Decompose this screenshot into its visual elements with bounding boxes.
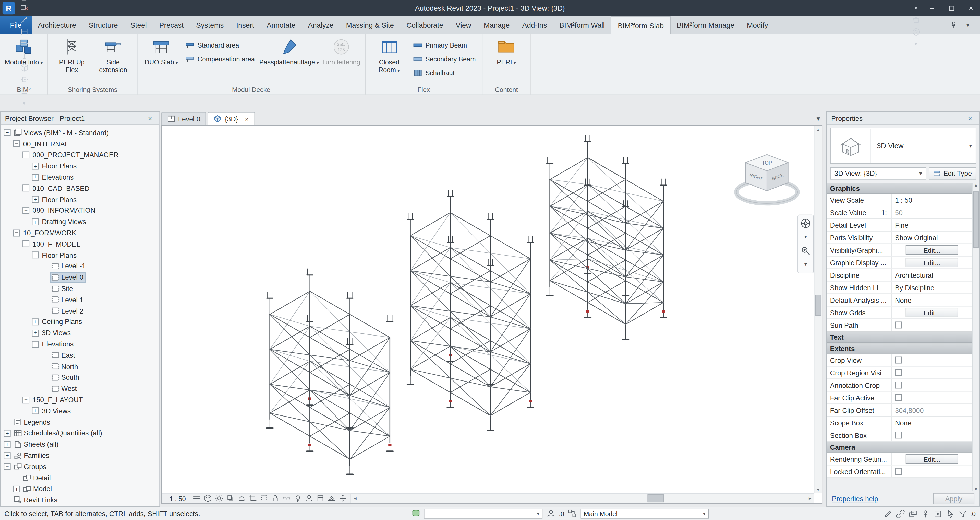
tree-item-ceiling-plans[interactable]: +Ceiling Plans — [0, 316, 159, 328]
detail-level-icon[interactable] — [191, 494, 201, 502]
property-value-annotation-crop[interactable] — [892, 379, 972, 391]
property-value-rendering-settin[interactable]: Edit... — [892, 453, 972, 465]
tree-collapse-toggle[interactable]: − — [22, 207, 29, 214]
tree-collapse-toggle[interactable]: − — [13, 140, 20, 147]
properties-section-graphics[interactable]: Graphics — [827, 183, 972, 194]
type-selector-arrow[interactable]: ▾ — [969, 143, 976, 149]
tree-item-site[interactable]: Site — [0, 283, 159, 294]
dropdown-arrow-icon[interactable]: ▾ — [396, 68, 400, 73]
highlight-displacement-icon[interactable] — [338, 494, 348, 502]
edit-button-show-grids[interactable]: Edit... — [905, 308, 959, 317]
property-value-scope-box[interactable]: None — [892, 417, 972, 429]
tree-expand-toggle[interactable]: + — [32, 174, 39, 181]
tree-item-sheets-all[interactable]: +Sheets (all) — [0, 439, 159, 450]
dropdown-arrow-icon[interactable]: ▾ — [39, 60, 43, 66]
tree-expand-toggle[interactable]: + — [4, 430, 11, 437]
measure-icon[interactable] — [18, 14, 30, 26]
properties-header[interactable]: Properties × — [827, 112, 979, 125]
close-view-button[interactable]: × — [245, 115, 249, 123]
print-icon[interactable] — [18, 0, 30, 2]
vertical-scroll-thumb[interactable] — [815, 295, 821, 316]
tree-expand-toggle[interactable]: + — [13, 485, 20, 493]
tree-item-150-f-layout[interactable]: −150_F_LAYOUT — [0, 394, 159, 405]
checkbox-far-clip-active[interactable] — [895, 394, 902, 401]
tree-expand-toggle[interactable]: + — [32, 163, 39, 169]
properties-scrollbar[interactable]: ▲ ▼ — [972, 183, 979, 491]
property-value-crop-region-visi[interactable] — [892, 367, 972, 379]
tree-item-level-1[interactable]: Level 1 — [0, 294, 159, 305]
design-options-icon[interactable] — [568, 508, 578, 518]
rendering-dialog-icon[interactable] — [236, 494, 247, 502]
select-by-face-icon[interactable] — [933, 509, 943, 519]
property-value-section-box[interactable] — [892, 429, 972, 441]
dropdown-arrow-icon[interactable]: ▾ — [174, 60, 178, 66]
project-browser-header[interactable]: Project Browser - Project1 × — [0, 112, 159, 125]
scroll-left-arrow[interactable]: ◄ — [352, 496, 359, 501]
help-dropdown-arrow[interactable]: ▾ — [910, 38, 922, 50]
type-selector[interactable]: 3D View ▾ — [830, 128, 976, 164]
text-icon[interactable] — [18, 50, 30, 62]
property-value-default-analysis[interactable]: None — [892, 294, 972, 306]
tree-collapse-toggle[interactable]: − — [32, 341, 39, 348]
properties-section-text[interactable]: Text — [827, 332, 972, 343]
reveal-hidden-elements-icon[interactable] — [293, 494, 303, 502]
dropdown-arrow-icon[interactable]: ▾ — [315, 60, 319, 66]
ribbon-panel-label-flex[interactable]: Flex — [366, 84, 482, 94]
property-value-far-clip-offset[interactable]: 304,8000 — [892, 404, 972, 416]
tab-view[interactable]: View — [450, 16, 477, 34]
tab-annotate[interactable]: Annotate — [260, 16, 302, 34]
checkbox-crop-view[interactable] — [895, 357, 902, 364]
horizontal-scroll-thumb[interactable] — [648, 494, 664, 502]
tree-item-elevations[interactable]: +Elevations — [0, 171, 159, 183]
properties-scroll-thumb[interactable] — [973, 191, 979, 247]
property-value-detail-level[interactable]: Fine — [892, 219, 972, 231]
view-tab-overflow-arrow[interactable]: ▾ — [817, 114, 822, 123]
restore-button[interactable]: □ — [942, 0, 961, 16]
close-button[interactable]: × — [962, 0, 980, 16]
section-icon[interactable] — [18, 73, 30, 86]
zoom-dropdown-arrow[interactable]: ▾ — [800, 259, 811, 270]
tree-item-views-bim-m-standard[interactable]: −Views (BIM² - M - Standard) — [0, 127, 159, 138]
property-value-graphic-display[interactable]: Edit... — [892, 257, 972, 268]
drawing-canvas[interactable]: TOP RIGHT BACK ▾▾ ▲ ▼ 1 : 50 ◄ ► — [161, 125, 822, 504]
zoom-icon[interactable] — [800, 245, 811, 257]
tree-item-floor-plans[interactable]: −Floor Plans — [0, 249, 159, 261]
tree-collapse-toggle[interactable]: − — [13, 229, 20, 236]
property-value-show-hidden-li[interactable]: By Discipline — [892, 282, 972, 293]
lock-3d-view-icon[interactable] — [270, 494, 280, 502]
property-value-visibility-graphi[interactable]: Edit... — [892, 244, 972, 256]
tree-item-100-f-model[interactable]: −100_F_MODEL — [0, 238, 159, 250]
scroll-right-arrow[interactable]: ► — [806, 496, 814, 501]
tree-item-drafting-views[interactable]: +Drafting Views — [0, 216, 159, 227]
full-navigation-wheel-icon[interactable] — [800, 218, 811, 229]
checkbox-locked-orientati[interactable] — [895, 468, 902, 475]
tree-item-3d-views[interactable]: +3D Views — [0, 405, 159, 416]
ribbon-button-duo-slab[interactable]: DUO Slab ▾ — [141, 36, 181, 68]
shadows-icon[interactable] — [225, 494, 235, 502]
tab-analyze[interactable]: Analyze — [302, 16, 340, 34]
tree-collapse-toggle[interactable]: − — [22, 151, 29, 158]
filter-icon[interactable] — [958, 509, 968, 519]
properties-help-link[interactable]: Properties help — [832, 495, 878, 502]
minimize-button[interactable]: – — [923, 0, 941, 16]
tab-bim-form-wall[interactable]: BIM²form Wall — [553, 16, 611, 34]
tree-expand-toggle[interactable]: + — [32, 330, 39, 337]
tree-expand-toggle[interactable]: + — [32, 408, 39, 415]
workset-combo-arrow[interactable]: ▾ — [537, 511, 539, 517]
property-value-view-scale[interactable]: 1 : 50 — [892, 194, 972, 206]
properties-scroll-down-arrow[interactable]: ▼ — [974, 487, 978, 491]
worksharing-display-icon[interactable] — [304, 494, 314, 502]
tree-item-north[interactable]: North — [0, 361, 159, 372]
property-value-parts-visibility[interactable]: Show Original — [892, 231, 972, 244]
worksets-icon[interactable] — [411, 508, 421, 518]
ribbon-button-peri[interactable]: PERI ▾ — [486, 36, 527, 68]
tree-collapse-toggle[interactable]: − — [4, 463, 11, 470]
tab-manage[interactable]: Manage — [477, 16, 516, 34]
temporary-hide-isolate-icon[interactable] — [281, 494, 291, 502]
checkbox-sun-path[interactable] — [895, 321, 902, 329]
property-value-locked-orientati[interactable] — [892, 466, 972, 478]
revit-logo[interactable]: R — [3, 2, 15, 14]
tab-bim-form-slab[interactable]: BIM²form Slab — [611, 16, 671, 34]
ribbon-button-passplattenauflage[interactable]: Passplattenauflage ▾ — [259, 36, 320, 68]
tree-item-elevations[interactable]: −Elevations — [0, 338, 159, 350]
